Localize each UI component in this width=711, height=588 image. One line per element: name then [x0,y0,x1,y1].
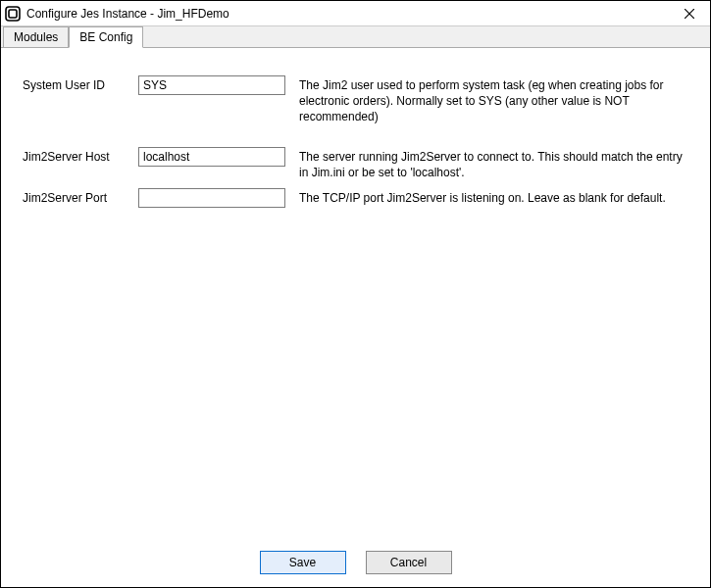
config-window: Configure Jes Instance - Jim_HFDemo Modu… [0,0,711,588]
svg-rect-0 [6,7,20,21]
content-area: System User ID The Jim2 user used to per… [1,48,710,538]
cancel-button[interactable]: Cancel [366,551,452,574]
row-system-user-id: System User ID The Jim2 user used to per… [23,75,688,125]
label-jim2server-port: Jim2Server Port [23,188,138,205]
close-button[interactable] [675,1,704,25]
tab-strip: Modules BE Config [1,26,710,48]
label-jim2server-host: Jim2Server Host [23,147,138,164]
window-title: Configure Jes Instance - Jim_HFDemo [26,7,675,21]
save-button[interactable]: Save [260,551,346,574]
input-system-user-id[interactable] [138,75,285,95]
label-system-user-id: System User ID [23,75,138,92]
footer: Save Cancel [1,538,710,587]
desc-system-user-id: The Jim2 user used to perform system tas… [299,75,688,125]
svg-rect-1 [9,10,17,18]
tab-be-config[interactable]: BE Config [69,26,143,48]
input-jim2server-port[interactable] [138,188,285,208]
input-jim2server-host[interactable] [138,147,285,167]
app-icon [5,6,21,22]
close-icon [685,9,694,19]
titlebar: Configure Jes Instance - Jim_HFDemo [1,1,710,26]
tab-modules[interactable]: Modules [3,26,69,47]
row-jim2server-host: Jim2Server Host The server running Jim2S… [23,147,688,180]
desc-jim2server-host: The server running Jim2Server to connect… [299,147,688,180]
row-jim2server-port: Jim2Server Port The TCP/IP port Jim2Serv… [23,188,688,208]
desc-jim2server-port: The TCP/IP port Jim2Server is listening … [299,188,688,206]
